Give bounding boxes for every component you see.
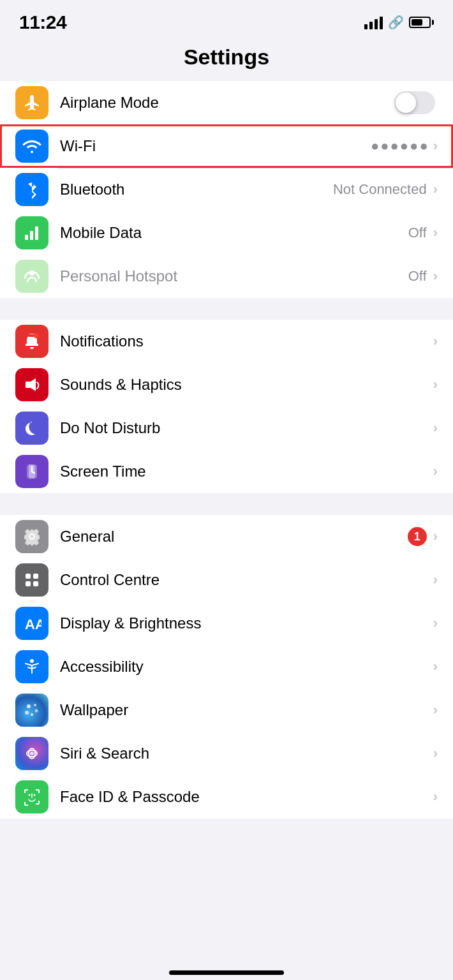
wallpaper-icon [15, 694, 48, 727]
row-personal-hotspot[interactable]: Personal Hotspot Off › [0, 255, 453, 298]
accessibility-icon [15, 650, 48, 683]
general-icon [15, 520, 48, 553]
control-centre-icon [15, 563, 48, 597]
siri-search-label: Siri & Search [60, 745, 433, 762]
mobile-data-icon [15, 216, 48, 249]
svg-point-23 [30, 752, 34, 755]
home-bar [169, 970, 284, 975]
display-brightness-chevron: › [433, 615, 438, 632]
notifications-section: Notifications › Sounds & Haptics › D [0, 320, 453, 493]
general-chevron: › [433, 528, 438, 545]
row-sounds-haptics[interactable]: Sounds & Haptics › [0, 363, 453, 406]
row-mobile-data[interactable]: Mobile Data Off › [0, 211, 453, 255]
sounds-label: Sounds & Haptics [60, 376, 433, 394]
svg-point-16 [27, 704, 31, 708]
siri-icon [15, 737, 48, 770]
sounds-icon [15, 368, 48, 401]
general-badge: 1 [408, 527, 427, 546]
row-wifi[interactable]: Wi-Fi ●●●●●● › [0, 124, 453, 168]
dnd-label: Do Not Disturb [60, 419, 433, 437]
general-label: General [60, 528, 408, 546]
row-wallpaper[interactable]: Wallpaper › [0, 688, 453, 732]
svg-rect-2 [35, 226, 38, 240]
svg-rect-13 [33, 581, 38, 586]
svg-rect-10 [26, 574, 31, 579]
face-id-label: Face ID & Passcode [60, 788, 433, 806]
row-siri-search[interactable]: Siri & Search › [0, 732, 453, 775]
section-notifications: Notifications › Sounds & Haptics › D [0, 320, 453, 493]
row-display-brightness[interactable]: AA Display & Brightness › [0, 602, 453, 645]
notifications-icon [15, 325, 48, 358]
wifi-icon [15, 130, 48, 163]
accessibility-label: Accessibility [60, 658, 433, 676]
wallpaper-label: Wallpaper [60, 701, 433, 719]
personal-hotspot-icon [15, 260, 48, 293]
row-notifications[interactable]: Notifications › [0, 320, 453, 363]
accessibility-chevron: › [433, 658, 438, 675]
svg-point-25 [34, 794, 36, 796]
display-brightness-icon: AA [15, 607, 48, 640]
section-display: General 1 › Control Centre › AA [0, 515, 453, 819]
airplane-mode-icon [15, 86, 48, 119]
bluetooth-chevron: › [433, 181, 438, 198]
bluetooth-label: Bluetooth [60, 181, 333, 198]
row-do-not-disturb[interactable]: Do Not Disturb › [0, 406, 453, 450]
svg-point-6 [34, 333, 39, 338]
section-connectivity: Airplane Mode Wi-Fi ●●●●●● › [0, 81, 453, 298]
display-brightness-label: Display & Brightness [60, 614, 433, 632]
notifications-chevron: › [433, 333, 438, 350]
screen-time-label: Screen Time [60, 463, 433, 480]
svg-rect-12 [26, 581, 31, 586]
row-accessibility[interactable]: Accessibility › [0, 645, 453, 688]
page-title: Settings [0, 40, 453, 81]
bluetooth-value: Not Connected [333, 181, 427, 198]
signal-icon [364, 15, 383, 29]
status-time: 11:24 [19, 11, 66, 33]
wifi-chevron: › [433, 138, 438, 154]
sounds-chevron: › [433, 376, 438, 393]
connectivity-section: Airplane Mode Wi-Fi ●●●●●● › [0, 81, 453, 298]
svg-text:AA: AA [25, 616, 41, 632]
svg-point-19 [25, 711, 29, 715]
row-general[interactable]: General 1 › [0, 515, 453, 558]
svg-point-18 [35, 709, 38, 713]
svg-rect-11 [33, 574, 38, 579]
airplane-mode-label: Airplane Mode [60, 94, 394, 112]
face-id-icon [15, 780, 48, 813]
control-centre-chevron: › [433, 572, 438, 588]
status-icons: 🔗 [364, 15, 434, 30]
svg-rect-0 [25, 235, 28, 240]
personal-hotspot-label: Personal Hotspot [60, 267, 408, 285]
row-bluetooth[interactable]: Bluetooth Not Connected › [0, 168, 453, 211]
dnd-chevron: › [433, 420, 438, 436]
bluetooth-icon [15, 173, 48, 206]
wifi-label: Wi-Fi [60, 137, 371, 155]
battery-icon [409, 17, 434, 28]
screen-time-chevron: › [433, 463, 438, 480]
svg-point-24 [29, 794, 31, 796]
wifi-value: ●●●●●● [371, 138, 429, 154]
personal-hotspot-value: Off [408, 268, 427, 285]
svg-point-20 [31, 713, 33, 716]
screen-time-icon [15, 455, 48, 488]
link-icon: 🔗 [388, 15, 404, 30]
row-airplane-mode[interactable]: Airplane Mode [0, 81, 453, 124]
wallpaper-chevron: › [433, 702, 438, 718]
svg-rect-1 [30, 231, 33, 240]
airplane-mode-toggle[interactable] [394, 91, 435, 114]
siri-search-chevron: › [433, 745, 438, 762]
home-indicator [0, 963, 453, 980]
status-bar: 11:24 🔗 [0, 0, 453, 40]
control-centre-label: Control Centre [60, 571, 433, 589]
display-section: General 1 › Control Centre › AA [0, 515, 453, 819]
svg-point-15 [30, 659, 34, 663]
mobile-data-label: Mobile Data [60, 224, 408, 242]
mobile-data-value: Off [408, 225, 427, 241]
svg-rect-7 [26, 382, 31, 388]
dnd-icon [15, 412, 48, 445]
notifications-label: Notifications [60, 332, 433, 350]
row-screen-time[interactable]: Screen Time › [0, 450, 453, 493]
row-face-id[interactable]: Face ID & Passcode › [0, 775, 453, 819]
row-control-centre[interactable]: Control Centre › [0, 558, 453, 602]
svg-point-17 [34, 704, 36, 706]
